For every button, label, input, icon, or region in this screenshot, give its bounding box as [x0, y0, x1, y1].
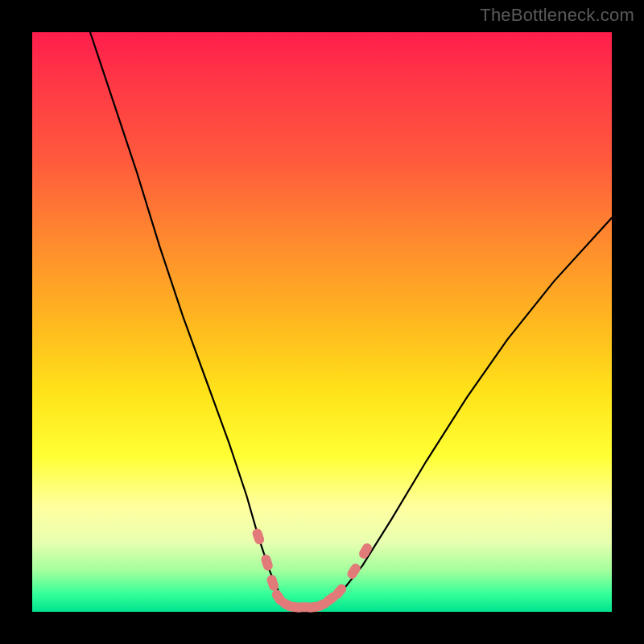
- bottleneck-curve: [90, 32, 612, 609]
- highlight-marker: [260, 553, 274, 572]
- watermark-text: TheBottleneck.com: [480, 5, 634, 26]
- plot-area: [32, 32, 612, 612]
- highlight-marker: [345, 562, 362, 580]
- curve-svg: [32, 32, 612, 612]
- highlight-marker: [251, 527, 266, 546]
- chart-stage: TheBottleneck.com: [0, 0, 644, 644]
- highlight-markers: [251, 527, 374, 613]
